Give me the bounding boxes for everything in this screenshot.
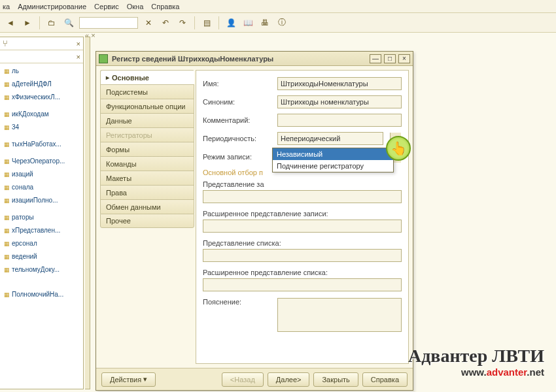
menu-item[interactable]: Сервис <box>94 3 119 10</box>
nav-tab[interactable]: Регистраторы <box>100 127 194 142</box>
dialog-buttons: Действия ▾ <Назад Далее> Закрыть Справка <box>96 368 413 390</box>
name-input[interactable] <box>277 77 402 90</box>
label-rep-list: Представление списка: <box>203 239 402 247</box>
label-mode: Режим записи: <box>203 153 275 161</box>
fwd-icon[interactable]: ► <box>21 16 34 29</box>
filter-icon[interactable]: ⑂ <box>3 39 8 48</box>
tree-item[interactable]: икКДоходам <box>0 108 83 121</box>
workspace: « × ⑂ × × льаДетейНДФЛхФизическихЛ...икК… <box>0 33 556 392</box>
label-rep-list-ext: Расширенное представление списка: <box>203 269 402 276</box>
next-button[interactable]: Далее> <box>268 372 310 387</box>
dropdown-option[interactable]: Независимый <box>273 148 393 160</box>
tree-item[interactable]: изаций <box>0 168 83 181</box>
label-period: Периодичность: <box>203 135 275 142</box>
db-icon[interactable]: ▤ <box>200 16 213 29</box>
period-combo[interactable] <box>277 132 383 145</box>
rep-list-ext-input[interactable] <box>203 278 402 291</box>
label-rep-record: Представление за <box>203 180 402 188</box>
nav-tab[interactable]: Формы <box>100 142 194 156</box>
dialog-window: Регистр сведений ШтрихкодыНоменклатуры —… <box>96 51 413 391</box>
tree-item[interactable]: хФизическихЛ... <box>0 91 83 104</box>
nav-tab[interactable]: Макеты <box>100 171 194 185</box>
tree-item[interactable]: хПредставлен... <box>0 224 83 237</box>
watermark: Адвантер ЛВТИ www.advanter.net <box>408 346 544 378</box>
menu-item[interactable]: Справка <box>151 3 179 10</box>
clear-icon[interactable]: ✕ <box>142 16 155 29</box>
refresh2-icon[interactable]: ↷ <box>176 16 189 29</box>
tree-item[interactable]: ерсонал <box>0 237 83 250</box>
comment-input[interactable] <box>277 114 402 127</box>
nav-tab[interactable]: Подсистемы <box>100 84 194 99</box>
title-bar[interactable]: Регистр сведений ШтрихкодыНоменклатуры —… <box>96 52 413 66</box>
register-icon <box>99 54 108 63</box>
actions-button[interactable]: Действия ▾ <box>101 372 156 387</box>
nav-tab[interactable]: Функциональные опции <box>100 99 194 113</box>
form-area: Имя: Синоним: Комментарий: Периодичность… <box>196 70 409 364</box>
nav-tab[interactable]: Права <box>100 185 194 199</box>
tree-item[interactable]: ведений <box>0 250 83 263</box>
rep-record-ext-input[interactable] <box>203 220 402 233</box>
back-button[interactable]: <Назад <box>222 372 264 387</box>
label-synonym: Синоним: <box>203 98 275 106</box>
left-pane: ⑂ × × льаДетейНДФЛхФизическихЛ...икКДохо… <box>0 37 84 389</box>
explain-textarea[interactable] <box>277 298 402 332</box>
synonym-input[interactable] <box>277 95 402 108</box>
user-icon[interactable]: 👤 <box>224 16 237 29</box>
tree-item[interactable]: раторы <box>0 211 83 224</box>
info-icon[interactable]: ⓘ <box>275 16 288 29</box>
book-icon[interactable]: 📖 <box>241 16 254 29</box>
maximize-button[interactable]: □ <box>384 54 396 63</box>
chevron-down-icon[interactable]: ▼ <box>390 133 401 144</box>
dropdown-option[interactable]: Подчинение регистратору <box>273 160 393 172</box>
nav-tab[interactable]: Основные <box>100 70 194 84</box>
splitter[interactable] <box>85 37 90 389</box>
toolbar: ◄ ► 🗀 🔍 ✕ ↶ ↷ ▤ 👤 📖 🖶 ⓘ <box>0 13 556 33</box>
tree-item[interactable]: ЧерезОператор... <box>0 155 83 168</box>
label-explain: Пояснение: <box>203 298 275 306</box>
tree-item[interactable]: тыхНаРаботах... <box>0 138 83 151</box>
print-icon[interactable]: 🖶 <box>258 16 271 29</box>
close-dialog-button[interactable]: Закрыть <box>313 372 358 387</box>
nav-tabs: ОсновныеПодсистемыФункциональные опцииДа… <box>96 66 196 368</box>
refresh-icon[interactable]: ↶ <box>159 16 172 29</box>
tree-item[interactable]: ПолномочийНа... <box>0 288 83 301</box>
window-title: Регистр сведений ШтрихкодыНоменклатуры <box>112 55 366 63</box>
tree-item[interactable]: аДетейНДФЛ <box>0 78 83 91</box>
help-button[interactable]: Справка <box>362 372 408 387</box>
nav-tab[interactable]: Обмен данными <box>100 199 194 214</box>
tree-item[interactable]: сонала <box>0 181 83 194</box>
tree-list[interactable]: льаДетейНДФЛхФизическихЛ...икКДоходам34т… <box>0 63 83 302</box>
tree-item[interactable]: 34 <box>0 121 83 134</box>
tree-item[interactable]: изацииПолно... <box>0 194 83 207</box>
tree-item[interactable]: ль <box>0 65 83 78</box>
rep-record-input[interactable] <box>203 190 402 203</box>
label-comment: Комментарий: <box>203 116 275 124</box>
minimize-button[interactable]: — <box>370 54 381 63</box>
close-icon[interactable]: × <box>77 53 80 61</box>
menu-bar: каАдминистрированиеСервисОкнаСправка <box>0 0 556 13</box>
nav-tab[interactable]: Команды <box>100 156 194 171</box>
menu-item[interactable]: ка <box>3 3 10 10</box>
folder-icon[interactable]: 🗀 <box>45 16 58 29</box>
back-icon[interactable]: ◄ <box>4 16 17 29</box>
label-name: Имя: <box>203 80 275 88</box>
tree-item[interactable]: тельномуДоку... <box>0 263 83 276</box>
mode-dropdown[interactable]: Независимый Подчинение регистратору <box>272 148 394 172</box>
menu-item[interactable]: Окна <box>127 3 144 10</box>
menu-item[interactable]: Администрирование <box>18 3 86 10</box>
nav-tab[interactable]: Данные <box>100 113 194 127</box>
close-icon[interactable]: × <box>77 40 80 48</box>
search-icon[interactable]: 🔍 <box>62 16 75 29</box>
close-button[interactable]: × <box>398 54 410 63</box>
label-rep-record-ext: Расширенное представление записи: <box>203 210 402 218</box>
search-input[interactable] <box>79 17 138 29</box>
nav-tab[interactable]: Прочее <box>100 214 194 228</box>
rep-list-input[interactable] <box>203 249 402 262</box>
